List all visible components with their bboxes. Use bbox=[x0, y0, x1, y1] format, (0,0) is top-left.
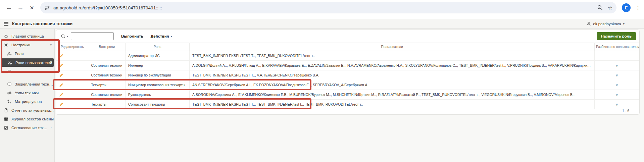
role-block-cell: Состояния техники bbox=[88, 90, 126, 100]
chevron-down-icon: ∨ bbox=[615, 103, 618, 106]
app-header: Контроль состояния техники ek.pozdnyakov… bbox=[0, 19, 644, 29]
stop-icon[interactable]: × bbox=[26, 2, 38, 13]
actions-button[interactable]: Действия ▾ bbox=[151, 34, 172, 38]
users-cell: TEST_BMK_INJENER EKSPL/TEST Т.., TEST_BM… bbox=[190, 51, 595, 61]
search-input[interactable] bbox=[71, 32, 114, 40]
back-icon[interactable]: ← bbox=[3, 2, 15, 13]
users-cell: A.DOLGIY/Долгий А.., A.PLUSH/Плющ А.., E… bbox=[190, 61, 595, 70]
table-row-5: Состояния техникиРуководительA.SOROKINA/… bbox=[56, 90, 639, 100]
chevron-down-icon: ∨ bbox=[615, 64, 618, 67]
sidebar-item-hidden-4[interactable] bbox=[0, 67, 54, 76]
sidebar-item-label: Согласование техкарт bbox=[11, 126, 48, 130]
browser-menu-icon[interactable]: ⋮ bbox=[635, 5, 641, 11]
chevron-down-icon: ∨ bbox=[615, 93, 618, 97]
sidebar-item-согласование-техкарт[interactable]: Согласование техкарт› bbox=[0, 123, 54, 132]
sidebar-group-gap bbox=[0, 76, 54, 80]
browser-chrome: ← → × aa.agrohold.ru/ords/f?p=100850:5:5… bbox=[0, 0, 644, 19]
hamburger-menu-icon[interactable] bbox=[3, 21, 9, 26]
role-name-cell: Администратор ИС bbox=[126, 51, 190, 61]
role-block-cell bbox=[88, 51, 126, 61]
edit-pencil-icon[interactable] bbox=[56, 61, 88, 70]
role-name-cell: Инициатор согласования техкарты bbox=[126, 80, 190, 90]
sidebar-item-label: Настройки bbox=[11, 43, 47, 47]
edit-pencil-icon[interactable] bbox=[56, 90, 88, 100]
breakdown-expand-button[interactable]: ∨ bbox=[595, 90, 639, 100]
sidebar-item-label: Закреплённая техника bbox=[15, 82, 54, 86]
sidebar-item-отчет-по-актуальным-стат[interactable]: Отчет по актуальным стат... bbox=[0, 106, 54, 115]
sidebar-item-настройки[interactable]: Настройки▾ bbox=[0, 41, 54, 49]
users-cell: A.SOROKINA/Сорокина А.., E.V.KLIMENKO/Кл… bbox=[190, 90, 595, 100]
report-region: ▾ Выполнить Действия ▾ Назначить роль Ре… bbox=[56, 30, 640, 115]
home-icon bbox=[3, 34, 9, 39]
address-bar[interactable]: aa.agrohold.ru/ords/f?p=100850:5:5104701… bbox=[40, 2, 616, 13]
sidebar-item-закреплённая-техника[interactable]: Закреплённая техника bbox=[0, 80, 54, 89]
table-icon bbox=[3, 116, 9, 122]
chevron-down-icon: ∨ bbox=[615, 73, 618, 77]
run-button[interactable]: Выполнить bbox=[121, 34, 143, 38]
sliders-icon bbox=[7, 90, 12, 96]
column-header-0: Редактировать bbox=[56, 43, 88, 51]
profile-avatar[interactable]: E bbox=[622, 3, 631, 12]
url-text[interactable]: aa.agrohold.ru/ords/f?p=100850:5:5104701… bbox=[53, 5, 594, 10]
monitor-icon bbox=[7, 82, 12, 87]
sidebar-item-label: Главная страница bbox=[11, 34, 54, 38]
search-options-button[interactable]: ▾ bbox=[61, 34, 68, 39]
column-header-3[interactable]: Пользователи bbox=[190, 43, 595, 51]
role-block-cell: Техкарты bbox=[88, 80, 126, 90]
sidebar-item-label: Роли пользователей bbox=[15, 61, 54, 65]
branch-icon bbox=[7, 99, 12, 104]
sidebar-item-label: Узлы техники bbox=[15, 91, 54, 95]
role-block-cell: Техкарты bbox=[88, 100, 126, 109]
user-add-icon bbox=[7, 60, 13, 65]
sidebar-item-роли-пользователей[interactable]: Роли пользователей bbox=[1, 58, 54, 67]
page-title: Контроль состояния техники bbox=[12, 21, 72, 26]
role-block-cell: Состояния техники bbox=[88, 61, 126, 70]
sidebar-item-роли[interactable]: Роли bbox=[0, 49, 54, 58]
table-row-4: ТехкартыИнициатор согласования техкартыA… bbox=[56, 80, 639, 90]
breakdown-empty-cell bbox=[595, 51, 639, 61]
chevron-right-icon: › bbox=[51, 126, 54, 129]
sidebar-item-журнал-реестра-смены[interactable]: Журнал реестра смены bbox=[0, 115, 54, 123]
column-header-1[interactable]: Блок роли bbox=[88, 43, 126, 51]
sidebar-item-label: Журнал реестра смены bbox=[11, 117, 54, 121]
bookmark-star-icon[interactable]: ☆ bbox=[608, 5, 612, 11]
edit-pencil-icon[interactable] bbox=[56, 100, 88, 109]
sidebar-item-label: Матрица узлов bbox=[15, 100, 54, 104]
sidebar-item-главная-страница[interactable]: Главная страница bbox=[0, 32, 54, 41]
edit-pencil-icon[interactable] bbox=[56, 51, 88, 61]
site-info-icon[interactable] bbox=[44, 5, 50, 11]
chevron-down-icon: ▾ bbox=[67, 35, 68, 38]
chevron-down-icon: ▾ bbox=[623, 22, 625, 25]
role-block-cell: Состояния техники bbox=[88, 70, 126, 80]
breakdown-expand-button[interactable]: ∨ bbox=[595, 70, 639, 80]
user-edit-icon bbox=[7, 51, 12, 56]
chevron-down-icon: ∨ bbox=[615, 83, 618, 87]
role-name-cell: Инженер bbox=[126, 61, 190, 70]
users-cell: AN.SEREBRYAKOV/Серебряков А.I., EK.POZDN… bbox=[190, 80, 595, 90]
column-header-2[interactable]: Роль bbox=[126, 43, 190, 51]
sidebar-item-матрица-узлов[interactable]: Матрица узлов bbox=[0, 97, 54, 106]
role-name-cell: Инженер по эксплуатации bbox=[126, 70, 190, 80]
breakdown-expand-button[interactable]: ∨ bbox=[595, 80, 639, 90]
forward-icon[interactable]: → bbox=[15, 2, 26, 13]
sidebar-item-label: Отчет по актуальным стат... bbox=[11, 108, 54, 112]
breakdown-expand-button[interactable]: ∨ bbox=[595, 61, 639, 70]
users-cell: TEST_BMK_INJENER EKSPL/TEST Т.., V.A.TER… bbox=[190, 70, 595, 80]
sidebar: Главная страницаНастройки▾РолиРоли польз… bbox=[0, 29, 55, 162]
assign-role-button[interactable]: Назначить роль bbox=[597, 32, 636, 40]
chevron-down-icon: ▾ bbox=[171, 35, 172, 38]
edit-pencil-icon[interactable] bbox=[56, 70, 88, 80]
user-name: ek.pozdnyakova bbox=[593, 22, 621, 26]
breakdown-expand-button[interactable]: ∨ bbox=[595, 100, 639, 109]
zoom-out-icon[interactable] bbox=[597, 5, 603, 11]
document-icon bbox=[3, 108, 9, 113]
report-toolbar: ▾ Выполнить Действия ▾ Назначить роль bbox=[56, 30, 639, 43]
users-cell: TEST_BMK_INJENER EKSPL/TEST Т.., TEST_BM… bbox=[190, 100, 595, 109]
user-menu[interactable]: ek.pozdnyakova ▾ bbox=[586, 21, 641, 26]
table-row-3: Состояния техникиИнженер по эксплуатации… bbox=[56, 70, 639, 80]
column-header-4[interactable]: Разбивка по пользователям bbox=[595, 43, 639, 51]
sidebar-item-узлы-техники[interactable]: Узлы техники bbox=[0, 89, 54, 97]
edit-pencil-icon[interactable] bbox=[56, 80, 88, 90]
clipboard-icon bbox=[3, 125, 9, 130]
chevron-down-icon: ▾ bbox=[50, 43, 54, 47]
